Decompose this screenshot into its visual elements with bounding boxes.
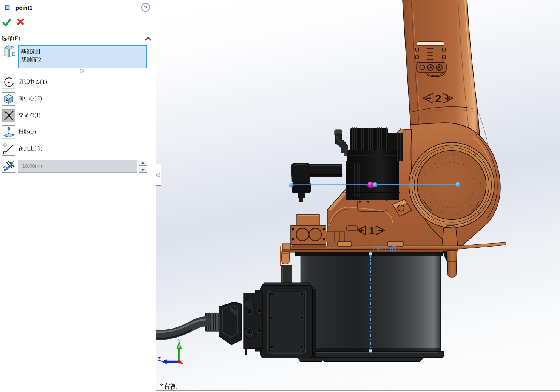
svg-text:Z: Z — [158, 356, 161, 362]
svg-text:Y: Y — [177, 338, 181, 343]
svg-text:1: 1 — [369, 225, 374, 236]
svg-text:2: 2 — [435, 92, 441, 105]
